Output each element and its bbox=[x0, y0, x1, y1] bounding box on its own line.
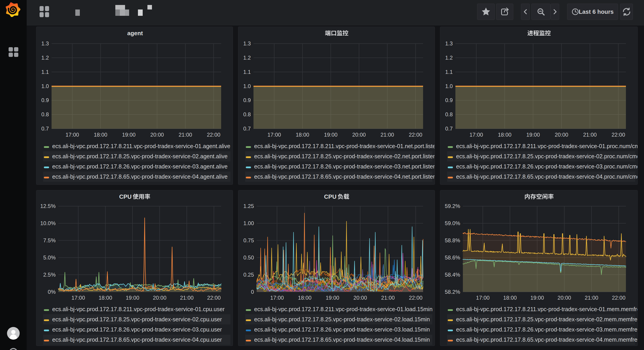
svg-text:19:00: 19:00 bbox=[122, 132, 136, 138]
svg-text:0.7: 0.7 bbox=[42, 126, 49, 132]
svg-text:ecs.ali-bj-vpc.prod.172.17.8.6: ecs.ali-bj-vpc.prod.172.17.8.65.vpc-prod… bbox=[456, 174, 638, 180]
svg-text:18:00: 18:00 bbox=[498, 132, 512, 138]
svg-text:ecs.ali-bj-vpc.prod.172.17.8.2: ecs.ali-bj-vpc.prod.172.17.8.211.vpc-pro… bbox=[52, 143, 230, 149]
svg-text:20:00: 20:00 bbox=[352, 132, 366, 138]
svg-text:58.4%: 58.4% bbox=[445, 272, 460, 278]
svg-text:1.2: 1.2 bbox=[445, 55, 453, 61]
svg-text:17:00: 17:00 bbox=[268, 132, 281, 138]
svg-text:17:00: 17:00 bbox=[270, 295, 284, 301]
svg-text:21:00: 21:00 bbox=[381, 295, 395, 301]
svg-text:ecs.ali-bj-vpc.prod.172.17.8.2: ecs.ali-bj-vpc.prod.172.17.8.211.vpc-pro… bbox=[254, 143, 435, 149]
svg-text:7.5%: 7.5% bbox=[43, 237, 56, 243]
svg-text:0%: 0% bbox=[48, 289, 56, 295]
svg-text:22:00: 22:00 bbox=[612, 295, 626, 301]
svg-text:19:00: 19:00 bbox=[126, 295, 139, 301]
svg-text:ecs.ali-bj-vpc.prod.172.17.8.2: ecs.ali-bj-vpc.prod.172.17.8.211.vpc-pro… bbox=[456, 306, 638, 312]
svg-text:ecs.ali-bj-vpc.prod.172.17.8.2: ecs.ali-bj-vpc.prod.172.17.8.26.vpc-prod… bbox=[456, 326, 638, 333]
svg-text:17:00: 17:00 bbox=[66, 132, 79, 138]
svg-text:1.2: 1.2 bbox=[243, 55, 251, 61]
svg-text:ecs.ali-bj-vpc.prod.172.17.8.2: ecs.ali-bj-vpc.prod.172.17.8.25.vpc-prod… bbox=[456, 153, 638, 160]
svg-text:20:00: 20:00 bbox=[150, 132, 164, 138]
svg-text:ecs.ali-bj-vpc.prod.172.17.8.6: ecs.ali-bj-vpc.prod.172.17.8.65.vpc-prod… bbox=[52, 174, 228, 180]
svg-text:17:00: 17:00 bbox=[470, 132, 483, 138]
svg-text:21:00: 21:00 bbox=[585, 295, 598, 301]
svg-text:0.7: 0.7 bbox=[243, 126, 251, 132]
svg-text:2.5%: 2.5% bbox=[43, 272, 56, 278]
svg-text:0.9: 0.9 bbox=[445, 97, 453, 103]
svg-text:20:00: 20:00 bbox=[555, 132, 568, 138]
svg-text:19:00: 19:00 bbox=[526, 132, 540, 138]
svg-text:21:00: 21:00 bbox=[380, 132, 394, 138]
svg-text:19:00: 19:00 bbox=[530, 295, 544, 301]
svg-text:0.75: 0.75 bbox=[243, 237, 254, 243]
svg-text:10.0%: 10.0% bbox=[40, 220, 56, 226]
svg-text:1.3: 1.3 bbox=[243, 40, 251, 46]
svg-text:ecs.ali-bj-vpc.prod.172.17.8.2: ecs.ali-bj-vpc.prod.172.17.8.25.vpc-prod… bbox=[254, 316, 430, 323]
svg-text:1.25: 1.25 bbox=[243, 203, 254, 209]
svg-text:1.3: 1.3 bbox=[445, 40, 453, 46]
svg-text:1.0: 1.0 bbox=[42, 83, 49, 89]
svg-text:1.3: 1.3 bbox=[42, 40, 49, 46]
svg-text:19:00: 19:00 bbox=[326, 295, 339, 301]
svg-text:ecs.ali-bj-vpc.prod.172.17.8.2: ecs.ali-bj-vpc.prod.172.17.8.26.vpc-prod… bbox=[52, 326, 222, 333]
svg-text:59.2%: 59.2% bbox=[445, 203, 460, 209]
svg-text:ecs.ali-bj-vpc.prod.172.17.8.6: ecs.ali-bj-vpc.prod.172.17.8.65.vpc-prod… bbox=[52, 337, 222, 343]
svg-text:ecs.ali-bj-vpc.prod.172.17.8.6: ecs.ali-bj-vpc.prod.172.17.8.65.vpc-prod… bbox=[254, 337, 430, 343]
svg-text:5.0%: 5.0% bbox=[43, 254, 56, 261]
svg-text:0.8: 0.8 bbox=[243, 111, 251, 117]
svg-text:agent: agent bbox=[127, 30, 143, 37]
svg-text:0.9: 0.9 bbox=[42, 97, 49, 103]
svg-text:20:00: 20:00 bbox=[354, 295, 367, 301]
svg-text:ecs.ali-bj-vpc.prod.172.17.8.6: ecs.ali-bj-vpc.prod.172.17.8.65.vpc-prod… bbox=[456, 337, 638, 343]
svg-text:1.1: 1.1 bbox=[42, 69, 49, 75]
svg-text:18:00: 18:00 bbox=[98, 295, 112, 301]
svg-text:58.6%: 58.6% bbox=[445, 254, 460, 261]
svg-text:20:00: 20:00 bbox=[558, 295, 571, 301]
svg-text:21:00: 21:00 bbox=[180, 295, 194, 301]
svg-text:12.5%: 12.5% bbox=[40, 203, 56, 209]
svg-text:21:00: 21:00 bbox=[583, 132, 597, 138]
svg-text:ecs.ali-bj-vpc.prod.172.17.8.2: ecs.ali-bj-vpc.prod.172.17.8.26.vpc-prod… bbox=[52, 163, 228, 170]
svg-text:ecs.ali-bj-vpc.prod.172.17.8.2: ecs.ali-bj-vpc.prod.172.17.8.26.vpc-prod… bbox=[254, 163, 435, 170]
svg-text:17:00: 17:00 bbox=[72, 295, 85, 301]
svg-text:ecs.ali-bj-vpc.prod.172.17.8.2: ecs.ali-bj-vpc.prod.172.17.8.25.vpc-prod… bbox=[456, 316, 638, 323]
svg-text:ecs.ali-bj-vpc.prod.172.17.8.2: ecs.ali-bj-vpc.prod.172.17.8.211.vpc-pro… bbox=[254, 306, 432, 312]
svg-text:1.2: 1.2 bbox=[42, 55, 49, 61]
svg-text:ecs.ali-bj-vpc.prod.172.17.8.2: ecs.ali-bj-vpc.prod.172.17.8.26.vpc-prod… bbox=[456, 163, 638, 170]
svg-text:CPU: CPU bbox=[324, 193, 336, 200]
svg-text:18:00: 18:00 bbox=[296, 132, 309, 138]
svg-text:1.1: 1.1 bbox=[243, 69, 251, 75]
svg-text:58.8%: 58.8% bbox=[445, 237, 460, 243]
svg-text:1.1: 1.1 bbox=[445, 69, 453, 75]
svg-text:22:00: 22:00 bbox=[207, 295, 221, 301]
svg-text:ecs.ali-bj-vpc.prod.172.17.8.2: ecs.ali-bj-vpc.prod.172.17.8.211.vpc-pro… bbox=[456, 143, 638, 149]
svg-text:0.8: 0.8 bbox=[445, 111, 453, 117]
svg-text:ecs.ali-bj-vpc.prod.172.17.8.2: ecs.ali-bj-vpc.prod.172.17.8.211.vpc-pro… bbox=[52, 306, 224, 312]
svg-text:ecs.ali-bj-vpc.prod.172.17.8.2: ecs.ali-bj-vpc.prod.172.17.8.25.vpc-prod… bbox=[52, 316, 222, 323]
svg-text:0.50: 0.50 bbox=[243, 254, 254, 261]
svg-text:22:00: 22:00 bbox=[409, 132, 422, 138]
svg-text:0.9: 0.9 bbox=[243, 97, 251, 103]
svg-text:1.0: 1.0 bbox=[445, 83, 453, 89]
svg-text:18:00: 18:00 bbox=[298, 295, 312, 301]
svg-text:17:00: 17:00 bbox=[476, 295, 490, 301]
svg-text:0.8: 0.8 bbox=[42, 111, 49, 117]
svg-text:1.00: 1.00 bbox=[243, 220, 254, 226]
svg-text:22:00: 22:00 bbox=[612, 132, 625, 138]
svg-text:ecs.ali-bj-vpc.prod.172.17.8.2: ecs.ali-bj-vpc.prod.172.17.8.26.vpc-prod… bbox=[254, 326, 430, 333]
svg-text:21:00: 21:00 bbox=[179, 132, 192, 138]
svg-text:20:00: 20:00 bbox=[153, 295, 166, 301]
svg-text:59.0%: 59.0% bbox=[445, 220, 460, 226]
svg-text:CPU: CPU bbox=[119, 193, 132, 200]
svg-text:ecs.ali-bj-vpc.prod.172.17.8.2: ecs.ali-bj-vpc.prod.172.17.8.25.vpc-prod… bbox=[52, 153, 228, 160]
svg-text:0.7: 0.7 bbox=[445, 126, 453, 132]
svg-text:19:00: 19:00 bbox=[324, 132, 338, 138]
svg-text:ecs.ali-bj-vpc.prod.172.17.8.2: ecs.ali-bj-vpc.prod.172.17.8.25.vpc-prod… bbox=[254, 153, 435, 160]
svg-text:0: 0 bbox=[251, 289, 254, 295]
svg-text:ecs.ali-bj-vpc.prod.172.17.8.6: ecs.ali-bj-vpc.prod.172.17.8.65.vpc-prod… bbox=[254, 174, 435, 180]
svg-text:58.2%: 58.2% bbox=[445, 289, 460, 295]
svg-text:1.0: 1.0 bbox=[243, 83, 251, 89]
svg-text:18:00: 18:00 bbox=[503, 295, 517, 301]
svg-text:18:00: 18:00 bbox=[94, 132, 108, 138]
svg-text:22:00: 22:00 bbox=[207, 132, 220, 138]
